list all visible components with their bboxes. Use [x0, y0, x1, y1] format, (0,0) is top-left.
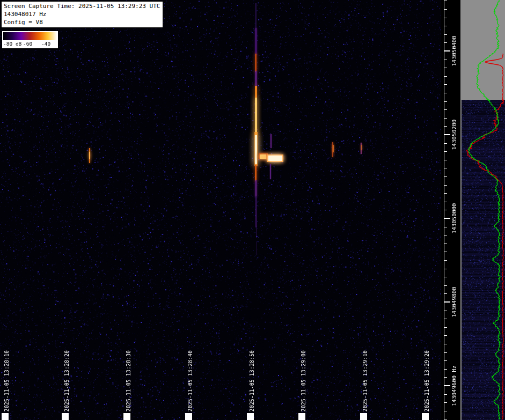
legend-max-label: -40	[41, 41, 50, 47]
capture-time-text: Screen Capture Time: 2025-11-05 13:29:23…	[4, 2, 160, 10]
spectrogram-screen: Screen Capture Time: 2025-11-05 13:29:23…	[0, 0, 505, 420]
intensity-legend: -80 dB -60 -40	[2, 31, 58, 49]
capture-info-box: Screen Capture Time: 2025-11-05 13:29:23…	[1, 1, 163, 28]
colormap-gradient-bar	[3, 32, 57, 40]
config-text: Config = V8	[4, 18, 160, 26]
legend-labels: -80 dB -60 -40	[3, 40, 57, 47]
frequency-ruler	[441, 0, 460, 420]
center-frequency-text: 143048017 Hz	[4, 10, 160, 18]
legend-min-label: -80 dB	[3, 41, 21, 47]
waterfall-spectrogram	[0, 0, 441, 420]
spectrum-amplitude-panel	[460, 0, 505, 420]
legend-mid-label: -60	[23, 41, 32, 47]
